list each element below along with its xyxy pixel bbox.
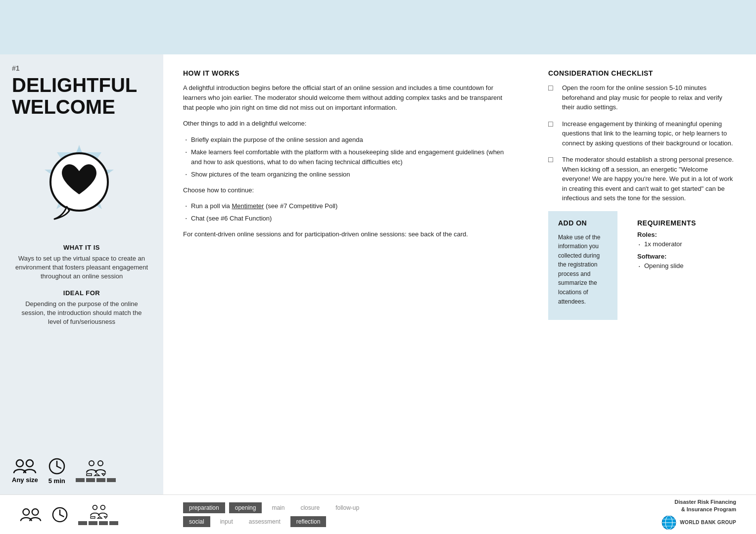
checklist-section: CONSIDERATION CHECKLIST Open the room fo…	[528, 69, 736, 485]
clock-icon	[48, 457, 66, 475]
star-icon	[30, 142, 129, 229]
time-info: 5 min	[48, 457, 66, 485]
tag-assessment: assessment	[243, 516, 286, 527]
tags-row-1: preparation opening main closure follow-…	[183, 502, 661, 513]
how-it-works-heading: HOW IT WORKS	[183, 69, 509, 77]
tag-preparation: preparation	[183, 502, 225, 513]
illustration-wrapper	[30, 142, 134, 234]
main-bullets: Briefly explain the purpose of the onlin…	[183, 135, 509, 179]
add-on-heading: ADD ON	[558, 219, 608, 227]
tags-row-2: social input assessment reflection	[183, 516, 661, 527]
role-item: 1x moderator	[637, 240, 736, 248]
svg-line-19	[60, 515, 64, 517]
tag-social: social	[183, 516, 210, 527]
how-it-works-intro: A delightful introduction begins before …	[183, 83, 509, 113]
people-icon	[13, 458, 37, 474]
checklist-heading: CONSIDERATION CHECKLIST	[548, 69, 736, 77]
addon-requirements-row: ADD ON Make use of the information you c…	[548, 211, 736, 320]
sidebar-title-area: #1 DELIGHTFUL WELCOME	[0, 54, 163, 128]
footer-tools-icon	[87, 504, 110, 519]
svg-marker-24	[104, 516, 107, 518]
tag-closure: closure	[294, 502, 326, 513]
complexity-info	[76, 460, 116, 482]
bullet-3: Show pictures of the team organizing the…	[183, 170, 509, 179]
sidebar-bottom: Any size 5 min	[0, 447, 163, 494]
tools-icon	[84, 460, 107, 477]
card-number: #1	[12, 64, 151, 72]
mentimeter-link[interactable]: Mentimeter	[232, 202, 264, 210]
svg-point-5	[16, 460, 23, 467]
svg-point-6	[26, 460, 33, 467]
checklist-items: Open the room for the online session 5-1…	[548, 83, 736, 203]
content-area: HOW IT WORKS A delightful introduction b…	[163, 54, 756, 494]
logo-line2: & Insurance Program	[661, 506, 736, 513]
choose-bullet-2: Chat (see #6 Chat Function)	[183, 214, 509, 223]
software-list: Opening slide	[637, 262, 736, 269]
software-item: Opening slide	[637, 262, 736, 269]
ideal-for-text: Depending on the purpose of the online s…	[15, 300, 148, 327]
bullet-2: Make learners feel comfortable with the …	[183, 147, 509, 167]
svg-point-21	[100, 505, 105, 509]
svg-point-10	[89, 461, 94, 466]
how-it-works-section: HOW IT WORKS A delightful introduction b…	[183, 69, 528, 485]
software-label: Software:	[637, 253, 736, 260]
svg-rect-22	[91, 516, 95, 518]
how-it-works-subtext: Other things to add in a delightful welc…	[183, 119, 509, 129]
ideal-for-label: IDEAL FOR	[15, 289, 148, 297]
footer-tools-group	[78, 504, 118, 525]
svg-marker-14	[102, 474, 105, 476]
what-it-is-section: WHAT IT IS Ways to set up the virtual sp…	[0, 244, 163, 289]
choose-bullets: Run a poll via Mentimeter (see #7 Compet…	[183, 201, 509, 223]
svg-line-9	[57, 466, 61, 468]
svg-rect-12	[87, 474, 92, 476]
roles-label: Roles:	[637, 231, 736, 238]
ideal-for-section: IDEAL FOR Depending on the purpose of th…	[0, 289, 163, 337]
group-size-info: Any size	[12, 458, 38, 484]
level-bars	[76, 478, 116, 482]
footer-tags: preparation opening main closure follow-…	[183, 502, 661, 527]
logo-line1: Disaster Risk Financing	[661, 498, 736, 505]
checklist-item-2: Increase engagement by thinking of meani…	[548, 119, 736, 148]
requirements-heading: REQUIREMENTS	[637, 219, 736, 227]
choose-bullet-1: Run a poll via Mentimeter (see #7 Compet…	[183, 201, 509, 211]
footer-clock-icon	[51, 506, 68, 523]
footer-left-icons	[20, 504, 183, 525]
svg-marker-13	[94, 474, 99, 476]
wb-logo-row: WORLD BANK GROUP	[661, 515, 736, 531]
svg-point-16	[32, 509, 39, 515]
footer-level-bars	[78, 521, 118, 525]
illustration-area	[0, 128, 163, 244]
svg-point-20	[93, 505, 97, 509]
what-it-is-text: Ways to set up the virtual space to crea…	[15, 254, 148, 281]
footer-people-icon	[20, 507, 42, 522]
roles-list: 1x moderator	[637, 240, 736, 248]
tag-main: main	[266, 502, 290, 513]
content-top: HOW IT WORKS A delightful introduction b…	[163, 54, 756, 494]
min-label: 5 min	[48, 477, 65, 485]
bullet-1: Briefly explain the purpose of the onlin…	[183, 135, 509, 145]
svg-point-15	[23, 509, 29, 515]
footer: preparation opening main closure follow-…	[0, 494, 756, 534]
add-on-text: Make use of the information you collecte…	[558, 233, 608, 307]
sidebar: #1 DELIGHTFUL WELCOME	[0, 54, 163, 494]
what-it-is-label: WHAT IT IS	[15, 244, 148, 251]
main-layout: #1 DELIGHTFUL WELCOME	[0, 54, 756, 494]
svg-marker-23	[97, 516, 102, 518]
tag-input: input	[214, 516, 239, 527]
card-title: DELIGHTFUL WELCOME	[12, 74, 151, 118]
choose-text: Choose how to continue:	[183, 185, 509, 195]
add-on-panel: ADD ON Make use of the information you c…	[548, 211, 617, 320]
tag-follow-up: follow-up	[330, 502, 365, 513]
any-size-label: Any size	[12, 476, 38, 484]
requirements-panel: REQUIREMENTS Roles: 1x moderator Softwar…	[637, 211, 736, 320]
tag-opening: opening	[229, 502, 262, 513]
closing-text: For content-driven online sessions and f…	[183, 229, 509, 239]
svg-point-11	[98, 461, 103, 466]
checklist-item-3: The moderator should establish a strong …	[548, 155, 736, 203]
top-banner	[0, 0, 756, 54]
footer-logo: Disaster Risk Financing & Insurance Prog…	[661, 498, 736, 531]
wb-globe-icon	[661, 515, 677, 531]
tag-reflection: reflection	[290, 516, 327, 527]
checklist-item-1: Open the room for the online session 5-1…	[548, 83, 736, 112]
wb-text: WORLD BANK GROUP	[680, 520, 736, 525]
